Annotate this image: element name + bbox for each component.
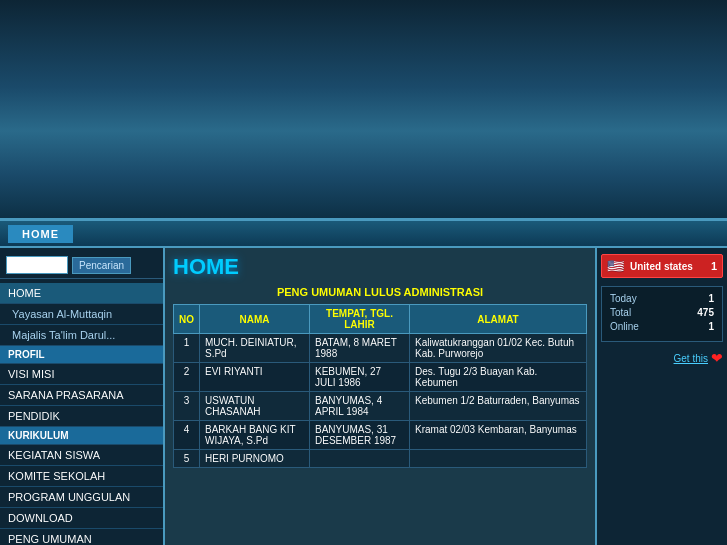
content-subtitle: PENG UMUMAN LULUS ADMINISTRASI — [173, 286, 587, 298]
table-cell-no: 1 — [174, 334, 200, 363]
nav-home-button[interactable]: HOME — [8, 225, 73, 243]
table-row: 2EVI RIYANTIKEBUMEN, 27 JULI 1986Des. Tu… — [174, 363, 587, 392]
right-panel: 🇺🇸 United states 1 Today 1 Total 475 Onl… — [597, 248, 727, 545]
table-cell-no: 2 — [174, 363, 200, 392]
table-cell-tgl_lahir — [310, 450, 410, 468]
flag-count: 1 — [711, 260, 717, 272]
search-box: Pencarian — [0, 252, 163, 279]
heart-icon: ❤ — [711, 350, 723, 366]
sidebar-item-home[interactable]: HOME — [0, 283, 163, 304]
total-label: Total — [610, 307, 631, 318]
search-button[interactable]: Pencarian — [72, 257, 131, 274]
table-cell-no: 5 — [174, 450, 200, 468]
sidebar-item-yayasan[interactable]: Yayasan Al-Muttaqin — [0, 304, 163, 325]
nav-bar: HOME — [0, 220, 727, 248]
table-cell-tgl_lahir: BATAM, 8 MARET 1988 — [310, 334, 410, 363]
sidebar-item-kegiatan[interactable]: KEGIATAN SISWA — [0, 445, 163, 466]
flag-label: United states — [628, 261, 707, 272]
table-cell-nama: HERI PURNOMO — [200, 450, 310, 468]
sidebar-item-pendidik[interactable]: PENDIDIK — [0, 406, 163, 427]
get-this-link[interactable]: Get this — [674, 353, 708, 364]
total-value: 475 — [697, 307, 714, 318]
table-cell-nama: BARKAH BANG KIT WIJAYA, S.Pd — [200, 421, 310, 450]
search-input[interactable] — [6, 256, 68, 274]
content-area: HOME PENG UMUMAN LULUS ADMINISTRASI NO N… — [165, 248, 597, 545]
table-cell-nama: USWATUN CHASANAH — [200, 392, 310, 421]
table-row: 4BARKAH BANG KIT WIJAYA, S.PdBANYUMAS, 3… — [174, 421, 587, 450]
col-tgl-lahir: TEMPAT, TGL.LAHIR — [310, 305, 410, 334]
sidebar-item-program[interactable]: PROGRAM UNGGULAN — [0, 487, 163, 508]
sidebar-item-kurikulum[interactable]: KURIKULUM — [0, 427, 163, 445]
sidebar-item-sarana[interactable]: SARANA PRASARANA — [0, 385, 163, 406]
table-cell-alamat — [410, 450, 587, 468]
sidebar-item-majelis[interactable]: Majalis Ta'lim Darul... — [0, 325, 163, 346]
table-cell-alamat: Kramat 02/03 Kembaran, Banyumas — [410, 421, 587, 450]
us-flag-icon: 🇺🇸 — [607, 258, 624, 274]
table-cell-tgl_lahir: BANYUMAS, 4 APRIL 1984 — [310, 392, 410, 421]
table-cell-nama: EVI RIYANTI — [200, 363, 310, 392]
stats-total: Total 475 — [610, 307, 714, 318]
table-cell-nama: MUCH. DEINIATUR, S.Pd — [200, 334, 310, 363]
sidebar-item-visi-misi[interactable]: VISI MISI — [0, 364, 163, 385]
today-label: Today — [610, 293, 637, 304]
data-table: NO NAMA TEMPAT, TGL.LAHIR ALAMAT 1MUCH. … — [173, 304, 587, 468]
table-cell-no: 3 — [174, 392, 200, 421]
sidebar: Pencarian HOME Yayasan Al-Muttaqin Majal… — [0, 248, 165, 545]
stats-box: Today 1 Total 475 Online 1 — [601, 286, 723, 342]
col-alamat: ALAMAT — [410, 305, 587, 334]
table-cell-alamat: Kaliwatukranggan 01/02 Kec. Butuh Kab. P… — [410, 334, 587, 363]
main-layout: Pencarian HOME Yayasan Al-Muttaqin Majal… — [0, 248, 727, 545]
get-this-row: Get this ❤ — [601, 350, 723, 366]
table-row: 3USWATUN CHASANAHBANYUMAS, 4 APRIL 1984K… — [174, 392, 587, 421]
top-banner — [0, 0, 727, 220]
online-value: 1 — [708, 321, 714, 332]
sidebar-item-download[interactable]: DOWNLOAD — [0, 508, 163, 529]
stats-online: Online 1 — [610, 321, 714, 332]
table-cell-no: 4 — [174, 421, 200, 450]
online-label: Online — [610, 321, 639, 332]
page-title: HOME — [173, 254, 587, 280]
stats-today: Today 1 — [610, 293, 714, 304]
today-value: 1 — [708, 293, 714, 304]
col-nama: NAMA — [200, 305, 310, 334]
table-cell-alamat: Kebumen 1/2 Baturraden, Banyumas — [410, 392, 587, 421]
sidebar-menu: HOME Yayasan Al-Muttaqin Majalis Ta'lim … — [0, 283, 163, 545]
table-cell-alamat: Des. Tugu 2/3 Buayan Kab. Kebumen — [410, 363, 587, 392]
flag-bar: 🇺🇸 United states 1 — [601, 254, 723, 278]
table-cell-tgl_lahir: BANYUMAS, 31 DESEMBER 1987 — [310, 421, 410, 450]
col-no: NO — [174, 305, 200, 334]
table-row: 1MUCH. DEINIATUR, S.PdBATAM, 8 MARET 198… — [174, 334, 587, 363]
sidebar-item-profil[interactable]: PROFIL — [0, 346, 163, 364]
sidebar-item-pengumuman[interactable]: PENG UMUMAN — [0, 529, 163, 545]
table-row: 5HERI PURNOMO — [174, 450, 587, 468]
sidebar-item-komite[interactable]: KOMITE SEKOLAH — [0, 466, 163, 487]
table-cell-tgl_lahir: KEBUMEN, 27 JULI 1986 — [310, 363, 410, 392]
